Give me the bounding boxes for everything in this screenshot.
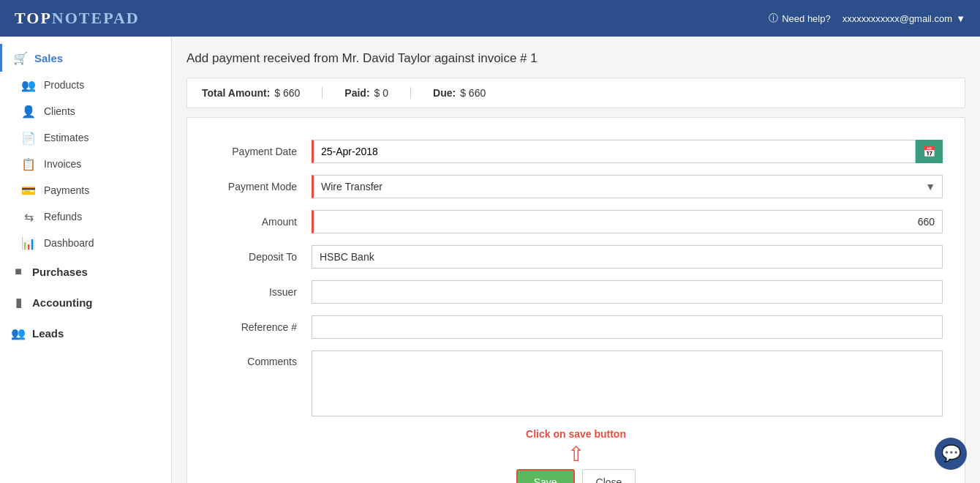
due-item: Due: $ 660 — [433, 87, 508, 99]
chat-icon: 💬 — [941, 444, 961, 463]
sidebar-item-leads[interactable]: 👥 Leads — [0, 318, 171, 348]
clients-icon: 👤 — [22, 105, 35, 118]
payment-mode-label: Payment Mode — [209, 181, 312, 192]
sidebar-estimates-label: Estimates — [44, 132, 88, 143]
sidebar-clients-label: Clients — [44, 105, 75, 117]
comments-row: Comments — [209, 351, 943, 416]
sidebar-item-refunds[interactable]: ⇆ Refunds — [0, 203, 171, 230]
sidebar-item-invoices[interactable]: 📋 Invoices — [0, 151, 171, 177]
paid-label: Paid: — [344, 87, 369, 99]
chevron-down-icon: ▼ — [956, 13, 965, 24]
reference-input[interactable] — [312, 315, 943, 339]
close-button[interactable]: Close — [582, 469, 636, 483]
button-section: Click on save button ⇧ Save Close — [209, 428, 943, 483]
arrow-up-icon: ⇧ — [568, 444, 584, 465]
help-label: Need help? — [782, 13, 831, 24]
payment-mode-select[interactable]: Wire Transfer Cash Cheque Credit Card Ba… — [312, 175, 943, 198]
click-hint-text: Click on save button — [526, 428, 626, 440]
main-layout: 🛒 Sales 👥 Products 👤 Clients 📄 Estimates… — [0, 37, 980, 483]
due-value: $ 660 — [460, 87, 486, 99]
sidebar-item-estimates[interactable]: 📄 Estimates — [0, 124, 171, 151]
paid-item: Paid: $ 0 — [344, 87, 411, 99]
save-button[interactable]: Save — [516, 469, 575, 483]
user-email-menu[interactable]: xxxxxxxxxxxx@gmail.com ▼ — [843, 13, 965, 24]
app-logo: TopNotepad — [15, 9, 769, 28]
sidebar-dashboard-label: Dashboard — [44, 237, 94, 249]
sidebar-accounting-label: Accounting — [32, 296, 93, 309]
sidebar-item-dashboard[interactable]: 📊 Dashboard — [0, 230, 171, 256]
payment-date-input[interactable] — [312, 140, 916, 163]
payment-date-label: Payment Date — [209, 146, 312, 157]
sidebar-leads-label: Leads — [32, 327, 64, 340]
reference-label: Reference # — [209, 321, 312, 333]
issuer-label: Issuer — [209, 286, 312, 298]
due-label: Due: — [433, 87, 456, 99]
sidebar-payments-label: Payments — [44, 184, 89, 196]
sidebar-item-purchases[interactable]: ■ Purchases — [0, 256, 171, 287]
header-right: ⓘ Need help? xxxxxxxxxxxx@gmail.com ▼ — [769, 12, 965, 25]
header: TopNotepad ⓘ Need help? xxxxxxxxxxxx@gma… — [0, 0, 980, 37]
issuer-input[interactable] — [312, 280, 943, 304]
deposit-to-row: Deposit To — [209, 245, 943, 269]
products-icon: 👥 — [22, 78, 35, 91]
payment-mode-row: Payment Mode Wire Transfer Cash Cheque C… — [209, 175, 943, 198]
email-text: xxxxxxxxxxxx@gmail.com — [843, 13, 952, 24]
payment-mode-wrapper: Wire Transfer Cash Cheque Credit Card Ba… — [312, 175, 943, 198]
page-title: Add payment received from Mr. David Tayl… — [186, 51, 965, 66]
reference-row: Reference # — [209, 315, 943, 339]
leads-icon: 👥 — [12, 326, 25, 340]
comments-textarea[interactable] — [312, 351, 943, 416]
sales-icon: 🛒 — [14, 51, 27, 64]
sidebar-item-payments[interactable]: 💳 Payments — [0, 177, 171, 203]
purchases-icon: ■ — [12, 265, 25, 278]
estimates-icon: 📄 — [22, 131, 35, 144]
help-button[interactable]: ⓘ Need help? — [769, 12, 831, 25]
amount-input[interactable] — [312, 210, 943, 233]
sidebar-item-products[interactable]: 👥 Products — [0, 72, 171, 98]
invoices-icon: 📋 — [22, 157, 35, 171]
sidebar-products-label: Products — [44, 79, 84, 91]
amount-label: Amount — [209, 216, 312, 228]
summary-bar: Total Amount: $ 660 Paid: $ 0 Due: $ 660 — [186, 78, 965, 108]
payment-date-wrapper: 📅 — [312, 140, 943, 163]
total-amount-item: Total Amount: $ 660 — [202, 87, 323, 99]
chat-support-button[interactable]: 💬 — [935, 438, 967, 470]
accounting-icon: ▮ — [12, 296, 25, 309]
sidebar: 🛒 Sales 👥 Products 👤 Clients 📄 Estimates… — [0, 37, 172, 483]
payment-form: Payment Date 📅 Payment Mode Wire Transfe… — [186, 117, 965, 483]
issuer-row: Issuer — [209, 280, 943, 304]
sidebar-item-accounting[interactable]: ▮ Accounting — [0, 287, 171, 318]
sidebar-sales-label: Sales — [34, 52, 63, 64]
sidebar-purchases-label: Purchases — [32, 266, 88, 278]
payment-date-row: Payment Date 📅 — [209, 140, 943, 163]
deposit-to-label: Deposit To — [209, 251, 312, 263]
sidebar-refunds-label: Refunds — [44, 211, 82, 222]
sidebar-item-sales[interactable]: 🛒 Sales — [0, 44, 171, 72]
total-amount-label: Total Amount: — [202, 87, 270, 99]
refunds-icon: ⇆ — [22, 210, 35, 223]
comments-label: Comments — [209, 351, 312, 367]
sidebar-invoices-label: Invoices — [44, 158, 81, 170]
form-buttons: Save Close — [516, 469, 636, 483]
total-amount-value: $ 660 — [274, 87, 300, 99]
amount-row: Amount — [209, 210, 943, 233]
dashboard-icon: 📊 — [22, 236, 35, 250]
deposit-to-input[interactable] — [312, 245, 943, 269]
paid-value: $ 0 — [374, 87, 388, 99]
date-picker-button[interactable]: 📅 — [916, 140, 943, 163]
payments-icon: 💳 — [22, 184, 35, 197]
help-icon: ⓘ — [769, 12, 778, 25]
sidebar-item-clients[interactable]: 👤 Clients — [0, 98, 171, 124]
content-area: Add payment received from Mr. David Tayl… — [172, 37, 980, 483]
